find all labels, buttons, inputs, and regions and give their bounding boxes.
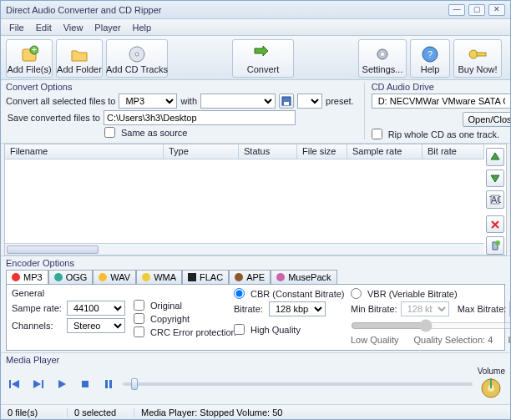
svg-text:?: ? xyxy=(428,49,433,59)
original-checkbox[interactable] xyxy=(134,300,144,311)
low-quality-label: Low Quality xyxy=(351,335,398,345)
seek-thumb[interactable] xyxy=(131,378,138,390)
quality-selection-label: Quality Selection: 4 xyxy=(414,335,493,345)
rip-whole-checkbox[interactable] xyxy=(372,129,382,139)
status-media: Media Player: Stopped Volume: 50 xyxy=(134,407,510,417)
col-type[interactable]: Type xyxy=(164,144,239,159)
musepack-icon xyxy=(276,273,285,281)
max-bitrate-label: Max Bitrate: xyxy=(458,304,507,314)
ape-icon xyxy=(235,273,243,281)
status-files: 0 file(s) xyxy=(1,407,68,417)
preset-label: preset. xyxy=(326,96,354,106)
add-files-button[interactable]: + Add File(s) xyxy=(6,39,53,78)
menu-file[interactable]: File xyxy=(4,21,29,34)
preset-dropdown[interactable] xyxy=(297,94,322,109)
high-quality-checkbox[interactable] xyxy=(234,324,245,335)
volume-knob[interactable] xyxy=(478,376,503,401)
svg-point-18 xyxy=(495,240,500,245)
wma-icon xyxy=(142,273,150,281)
tab-ape[interactable]: APE xyxy=(229,270,271,284)
titlebar: Direct Audio Converter and CD Ripper — ▢… xyxy=(1,1,510,19)
menu-help[interactable]: Help xyxy=(128,21,157,34)
crc-checkbox[interactable] xyxy=(134,326,144,337)
svg-marker-21 xyxy=(33,380,41,388)
cd-drive-label: CD Audio Drive xyxy=(372,82,511,92)
save-preset-button[interactable] xyxy=(279,94,294,109)
cd-drive-select[interactable]: D: NECVMWar VMware SATA CD01 v1.0t xyxy=(372,94,511,109)
tab-wma[interactable]: WMA xyxy=(136,270,182,284)
move-down-button[interactable] xyxy=(486,170,504,188)
col-filesize[interactable]: File size xyxy=(297,144,347,159)
tab-wav[interactable]: WAV xyxy=(93,270,136,284)
open-close-button[interactable]: Open/Close xyxy=(463,112,511,127)
tag-button[interactable]: TAG xyxy=(486,190,504,209)
min-bitrate-select[interactable]: 128 kbps xyxy=(401,301,449,316)
play-button[interactable] xyxy=(53,377,71,392)
tab-flac[interactable]: FLAC xyxy=(182,270,229,284)
clear-button[interactable] xyxy=(486,236,504,255)
svg-marker-15 xyxy=(491,175,499,182)
tab-musepack[interactable]: MusePack xyxy=(271,270,336,284)
bitrate-select[interactable]: 128 kbps xyxy=(269,301,326,316)
copyright-label: Copyright xyxy=(150,314,190,324)
svg-rect-19 xyxy=(9,380,11,388)
convert-icon xyxy=(253,44,273,64)
close-button[interactable]: ✕ xyxy=(488,4,505,16)
format-select[interactable]: MP3 xyxy=(119,94,177,109)
stop-button[interactable] xyxy=(76,377,94,392)
svg-rect-25 xyxy=(105,380,108,388)
quality-slider[interactable] xyxy=(351,319,511,332)
preset-select[interactable] xyxy=(200,94,276,109)
prev-button[interactable] xyxy=(6,377,24,392)
volume-label: Volume xyxy=(478,367,505,376)
rip-whole-label: Rip whole CD as one track. xyxy=(388,129,499,139)
convert-button[interactable]: Convert xyxy=(232,39,294,78)
copyright-checkbox[interactable] xyxy=(134,313,144,324)
ogg-icon xyxy=(54,273,63,281)
add-cd-tracks-button[interactable]: Add CD Tracks xyxy=(106,39,168,78)
tab-mp3[interactable]: MP3 xyxy=(6,270,48,284)
add-folder-button[interactable]: Add Folder xyxy=(56,39,103,78)
menu-view[interactable]: View xyxy=(58,21,89,34)
remove-button[interactable] xyxy=(486,215,504,234)
move-up-button[interactable] xyxy=(486,148,504,166)
tab-ogg[interactable]: OGG xyxy=(48,270,94,284)
col-bitrate[interactable]: Bit rate xyxy=(422,144,484,159)
horizontal-scrollbar[interactable] xyxy=(5,243,484,255)
next-button[interactable] xyxy=(29,377,48,392)
svg-marker-14 xyxy=(491,153,499,159)
vbr-radio[interactable] xyxy=(351,288,362,299)
plus-file-icon: + xyxy=(20,44,38,64)
svg-point-7 xyxy=(381,53,384,56)
same-as-source-checkbox[interactable] xyxy=(104,127,115,138)
maximize-button[interactable]: ▢ xyxy=(468,4,485,16)
col-status[interactable]: Status xyxy=(239,144,297,159)
general-label: General xyxy=(12,288,125,298)
pause-button[interactable] xyxy=(99,377,118,392)
crc-label: CRC Error protection xyxy=(150,327,236,337)
encoder-options: Encoder Options MP3 OGG WAV WMA FLAC APE… xyxy=(1,256,510,353)
folder-icon xyxy=(70,44,89,64)
menu-player[interactable]: Player xyxy=(89,21,125,34)
col-filename[interactable]: Filename xyxy=(5,144,164,159)
high-quality-label: High Quality xyxy=(250,325,301,335)
file-list[interactable]: Filename Type Status File size Sample ra… xyxy=(4,144,507,256)
seek-bar[interactable] xyxy=(123,382,473,386)
min-bitrate-label: Min Bitrate: xyxy=(351,304,397,314)
buy-now-button[interactable]: Buy Now! xyxy=(453,39,502,78)
settings-button[interactable]: Settings... xyxy=(358,39,407,78)
sample-rate-select[interactable]: 44100 xyxy=(67,301,125,316)
help-button[interactable]: ? Help xyxy=(410,39,450,78)
save-path-input[interactable] xyxy=(104,110,296,125)
flac-icon xyxy=(188,273,196,281)
vbr-label: VBR (Veriable Bitrate) xyxy=(367,289,458,299)
window-title: Direct Audio Converter and CD Ripper xyxy=(6,5,445,15)
svg-rect-22 xyxy=(42,380,43,388)
convert-options-label: Convert Options xyxy=(6,82,354,92)
cbr-radio[interactable] xyxy=(234,288,245,299)
minimize-button[interactable]: — xyxy=(448,4,465,16)
col-samplerate[interactable]: Sample rate xyxy=(347,144,422,159)
scrollbar-thumb[interactable] xyxy=(7,245,99,254)
channels-select[interactable]: Stereo xyxy=(67,318,125,333)
menu-edit[interactable]: Edit xyxy=(31,21,57,34)
